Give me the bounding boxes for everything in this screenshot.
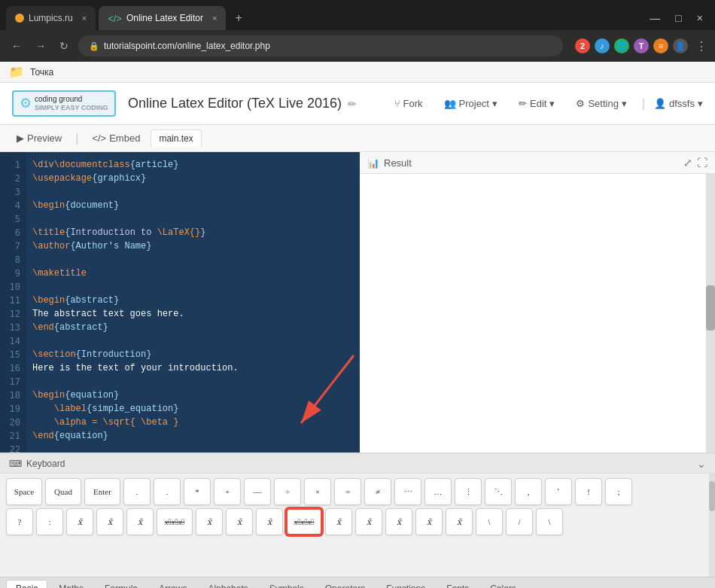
preview-label: Preview	[27, 133, 62, 144]
key-xbar10[interactable]: x̄	[355, 508, 382, 535]
result-expand-button[interactable]: ⤢	[683, 157, 692, 169]
toolbar-separator: |	[75, 132, 78, 145]
key-neq[interactable]: ≠	[364, 478, 391, 505]
key-div[interactable]: ÷	[274, 478, 301, 505]
tab-bottom-arrows[interactable]: Arrows	[149, 580, 196, 589]
keyboard-section: ⌨ Keyboard ⌄ Space Quad Enter . . * + — …	[0, 452, 715, 588]
line-num-9: 9	[0, 267, 20, 280]
key-backslash[interactable]: \	[476, 508, 503, 535]
tab-bottom-maths[interactable]: Maths	[49, 580, 93, 589]
tab-close-lumpics[interactable]: ×	[82, 14, 87, 23]
key-xbar11[interactable]: x̄	[385, 508, 412, 535]
key-exclaim[interactable]: !	[575, 478, 602, 505]
key-dot2[interactable]: .	[154, 478, 181, 505]
key-xbar6[interactable]: x̄	[226, 508, 253, 535]
key-quad[interactable]: Quad	[45, 478, 81, 505]
key-times[interactable]: ×	[304, 478, 331, 505]
ext-icon-1[interactable]: 2	[575, 38, 590, 53]
file-tab-main[interactable]: main.tex	[151, 129, 201, 147]
key-vdots[interactable]: ⋮	[455, 478, 482, 505]
tab-bottom-functions[interactable]: Functions	[376, 580, 435, 589]
key-xbar12[interactable]: x̄	[415, 508, 443, 535]
ext-icon-2[interactable]: ♪	[595, 38, 610, 53]
key-backtick[interactable]: ʻ	[545, 478, 572, 505]
code-line-15: \section{Introduction}	[32, 348, 354, 361]
code-editor[interactable]: 1 2 3 4 5 6 7 8 9 10 11 12 13 14 15 16 1…	[0, 152, 360, 452]
code-content[interactable]: \div\documentclass{article} \usepackage{…	[26, 152, 360, 452]
key-space[interactable]: Space	[6, 478, 42, 505]
key-xbar-wide[interactable]: x͞x͞x͞	[157, 508, 193, 535]
browser-menu-button[interactable]: ⋮	[695, 39, 707, 53]
key-xbar2[interactable]: x̄	[96, 508, 123, 535]
refresh-button[interactable]: ↻	[56, 38, 72, 53]
edit-button[interactable]: ✏ Edit ▾	[513, 95, 561, 112]
user-menu-button[interactable]: 👤 dfssfs ▾	[654, 98, 703, 109]
line-num-13: 13	[0, 321, 20, 334]
ext-icon-3[interactable]: 🌐	[614, 38, 629, 53]
tab-latex[interactable]: </> Online Latex Editor ×	[99, 6, 226, 30]
maximize-button[interactable]: □	[669, 11, 687, 26]
embed-icon: </>	[92, 133, 106, 144]
tab-bottom-alphabets[interactable]: Alphabets	[198, 580, 257, 589]
key-xbar3[interactable]: x̄	[126, 508, 154, 535]
new-tab-button[interactable]: +	[229, 8, 248, 28]
result-panel: 📊 Result ⤢ ⛶	[360, 152, 715, 452]
project-button[interactable]: 👥 Project ▾	[438, 95, 504, 112]
url-bar[interactable]: 🔒 tutorialspoint.com/online_latex_editor…	[78, 35, 563, 56]
key-bslash2[interactable]: \	[536, 508, 563, 535]
back-button[interactable]: ←	[8, 38, 26, 53]
minimize-button[interactable]: —	[644, 11, 666, 26]
key-xbar5[interactable]: x̄	[196, 508, 223, 535]
tab-bottom-colors[interactable]: Colors	[480, 580, 526, 589]
key-ddots[interactable]: ⋱	[485, 478, 512, 505]
tab-bottom-symbols[interactable]: Symbols	[260, 580, 314, 589]
setting-dropdown-icon: ▾	[622, 98, 627, 109]
profile-icon[interactable]: 👤	[673, 38, 688, 53]
ext-icon-5[interactable]: ≡	[653, 38, 668, 53]
line-num-7: 7	[0, 239, 20, 253]
tab-bottom-formula[interactable]: Formula	[95, 580, 148, 589]
line-num-20: 20	[0, 416, 20, 429]
close-button[interactable]: ×	[691, 11, 709, 26]
key-xbar13[interactable]: x̄	[446, 508, 473, 535]
tab-lumpics[interactable]: Lumpics.ru ×	[6, 6, 96, 30]
result-fullscreen-button[interactable]: ⛶	[697, 157, 707, 169]
key-equals[interactable]: =	[334, 478, 361, 505]
result-body	[360, 174, 715, 452]
key-colon[interactable]: :	[36, 508, 63, 535]
title-edit-icon[interactable]: ✏	[348, 98, 357, 110]
key-dot1[interactable]: .	[123, 478, 151, 505]
keyboard-scrollbar[interactable]	[709, 474, 715, 577]
forward-button[interactable]: →	[32, 38, 50, 53]
preview-button[interactable]: ▶ Preview	[9, 129, 69, 147]
key-asterisk[interactable]: *	[184, 478, 211, 505]
key-ldots[interactable]: …	[424, 478, 452, 505]
key-dash[interactable]: —	[244, 478, 271, 505]
setting-button[interactable]: ⚙ Setting ▾	[570, 95, 632, 112]
tab-bottom-fonts[interactable]: Fonts	[437, 580, 479, 589]
key-semicolon-r1[interactable]: ;	[605, 478, 632, 505]
key-comma[interactable]: ,	[515, 478, 542, 505]
key-cdots[interactable]: ⋯	[394, 478, 421, 505]
tab-bottom-basic[interactable]: Basic	[6, 580, 47, 589]
line-num-15: 15	[0, 348, 20, 361]
key-xbar1[interactable]: x̄	[66, 508, 93, 535]
key-fslash[interactable]: /	[506, 508, 533, 535]
ext-icon-4[interactable]: T	[634, 38, 649, 53]
bookmark-folder-label[interactable]: Точка	[30, 67, 53, 78]
key-enter[interactable]: Enter	[84, 478, 120, 505]
tab-close-latex[interactable]: ×	[212, 14, 217, 23]
key-xbar-highlighted[interactable]: x͞x͞x͞	[286, 508, 322, 535]
tab-bottom-operators[interactable]: Operators	[315, 580, 375, 589]
fork-button[interactable]: ⑂ Fork	[388, 95, 429, 112]
key-xbar9[interactable]: x̄	[325, 508, 352, 535]
keyboard-toggle-button[interactable]: ⌄	[697, 458, 706, 470]
result-scrollbar[interactable]	[706, 174, 715, 452]
key-question[interactable]: ?	[6, 508, 33, 535]
key-xbar7[interactable]: x̄	[256, 508, 283, 535]
keyboard-icon: ⌨	[9, 459, 22, 469]
line-num-5: 5	[0, 212, 20, 226]
key-plus[interactable]: +	[214, 478, 241, 505]
code-lines-container: 1 2 3 4 5 6 7 8 9 10 11 12 13 14 15 16 1…	[0, 152, 360, 452]
embed-button[interactable]: </> Embed	[84, 129, 148, 147]
